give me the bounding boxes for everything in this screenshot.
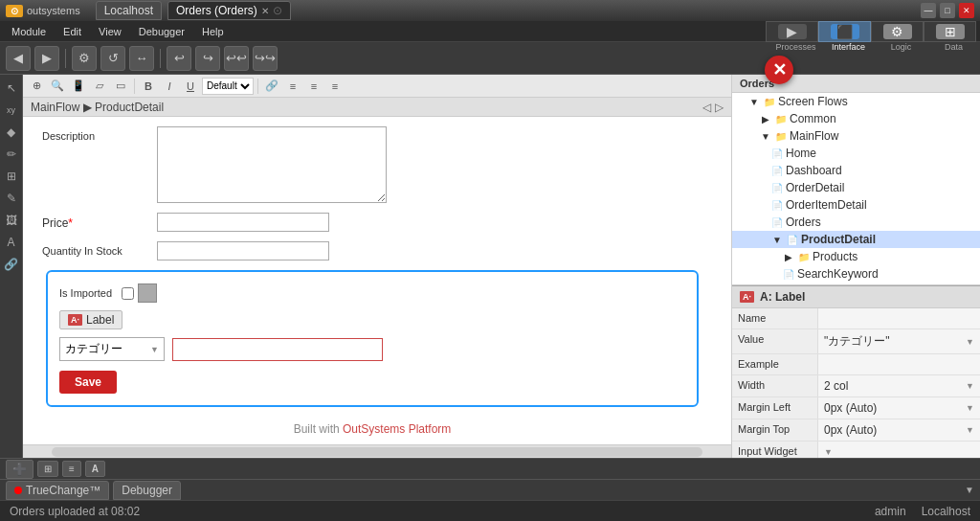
tree-item-mainflow[interactable]: ▼ 📁 MainFlow (732, 127, 980, 145)
truechange-tab[interactable]: TrueChange™ (6, 481, 109, 500)
outsystems-platform-link[interactable]: OutSystems Platform (343, 422, 451, 436)
add-icon: ➕ (12, 463, 27, 476)
pointer-tool[interactable]: ↖ (2, 79, 21, 98)
menu-debugger[interactable]: Debugger (131, 24, 192, 39)
prop-value-margin-left[interactable]: 0px (Auto) ▼ (818, 397, 980, 419)
h-scroll-thumb[interactable] (52, 447, 702, 457)
align-left[interactable]: ≡ (283, 77, 302, 96)
zoom-out[interactable]: 🔍 (48, 77, 67, 96)
list-btn[interactable]: ≡ (62, 461, 81, 477)
maximize-button[interactable]: □ (940, 3, 955, 18)
back-button[interactable]: ◀ (6, 46, 31, 71)
orders-tab-close[interactable]: ✕ (261, 6, 269, 16)
orders-tab[interactable]: Orders (Orders) ✕ ⊙ (167, 1, 291, 20)
grid-btn[interactable]: ⊞ (37, 461, 58, 477)
minimize-button[interactable]: — (921, 3, 936, 18)
align-center[interactable]: ≡ (304, 77, 323, 96)
tree-item-orderitemdetail[interactable]: 📄 OrderItemDetail (732, 196, 980, 214)
prop-value-width[interactable]: 2 col ▼ (818, 375, 980, 396)
text-tool[interactable]: A (2, 233, 21, 252)
price-input[interactable] (157, 213, 329, 232)
category-select[interactable]: カテゴリー ▼ (59, 337, 165, 361)
tablet-view[interactable]: ▱ (90, 77, 109, 96)
prop-value-input-widget[interactable]: ▼ (818, 442, 980, 458)
input-widget-dropdown-arrow: ▼ (824, 447, 833, 457)
menu-bar: Module Edit View Debugger Help ▶ ⬛ ⚙ ⊞ (0, 21, 980, 42)
tree-item-orders[interactable]: 📄 Orders (732, 214, 980, 231)
tree-item-common[interactable]: ▶ 📁 Common (732, 110, 980, 127)
move-button[interactable]: ↔ (129, 46, 154, 71)
category-text-input[interactable] (172, 338, 383, 361)
image-tool[interactable]: 🖼 (2, 211, 21, 230)
redo2-button[interactable]: ↪↪ (253, 46, 278, 71)
tab-logic[interactable]: ⚙ (871, 21, 924, 42)
prop-value-name[interactable] (818, 308, 980, 328)
edit-tool[interactable]: ✎ (2, 189, 21, 208)
panel-tool[interactable]: ⊞ (2, 167, 21, 186)
label-widget-icon: A· (68, 314, 82, 326)
breadcrumb-collapse[interactable]: ◁ (702, 101, 711, 114)
settings-button[interactable]: ⚙ (72, 46, 97, 71)
prop-value-value[interactable]: "カテゴリー" ▼ (818, 329, 980, 353)
prop-value-example[interactable] (818, 354, 980, 374)
breadcrumb-productdetail[interactable]: ProductDetail (95, 101, 164, 114)
prop-value-margin-top[interactable]: 0px (Auto) ▼ (818, 419, 980, 441)
add-widget-btn[interactable]: ➕ (6, 460, 33, 479)
diamond-tool[interactable]: ◆ (2, 123, 21, 142)
save-button[interactable]: Save (59, 371, 117, 394)
tab-data[interactable]: ⊞ (924, 21, 976, 42)
menu-edit[interactable]: Edit (56, 24, 89, 39)
outsystems-logo[interactable]: ⊙ (6, 5, 23, 17)
breadcrumb-mainflow[interactable]: MainFlow (31, 101, 79, 114)
undo-button[interactable]: ↩ (167, 46, 191, 71)
tree-item-searchkeyword[interactable]: 📄 SearchKeyword (732, 265, 980, 283)
link-insert[interactable]: 🔗 (262, 77, 281, 96)
label-widget[interactable]: A· Label (59, 310, 122, 329)
tree-item-orderdetail[interactable]: 📄 OrderDetail (732, 179, 980, 196)
breadcrumb-expand[interactable]: ▷ (715, 101, 724, 114)
quantity-input[interactable] (157, 241, 329, 260)
tree-item-screen-flows[interactable]: ▼ 📁 Screen Flows (732, 93, 980, 110)
bottom-panel-close[interactable]: ▼ (965, 485, 974, 495)
align-right[interactable]: ≡ (325, 77, 345, 96)
description-input[interactable] (157, 126, 387, 203)
close-button[interactable]: ✕ (959, 3, 974, 18)
xy-tool[interactable]: xy (2, 101, 21, 120)
phone-view[interactable]: 📱 (69, 77, 88, 96)
prop-name-width: Width (732, 375, 818, 396)
text-btn[interactable]: A (85, 461, 105, 477)
tree-item-dashboard[interactable]: 📄 Dashboard (732, 162, 980, 179)
refresh-button[interactable]: ↺ (100, 46, 125, 71)
tree-item-home[interactable]: 📄 Home (732, 145, 980, 162)
localhost-tab[interactable]: Localhost (96, 1, 162, 20)
forward-button[interactable]: ▶ (34, 46, 59, 71)
pencil-tool[interactable]: ✏ (2, 145, 21, 164)
tab-interface[interactable]: ⬛ (818, 21, 871, 42)
desktop-view[interactable]: ▭ (111, 77, 130, 96)
red-close-button[interactable]: ✕ (765, 56, 793, 84)
link-tool[interactable]: 🔗 (2, 255, 21, 274)
is-imported-checkbox[interactable] (122, 287, 134, 300)
menu-help[interactable]: Help (194, 24, 232, 39)
font-select[interactable]: Default (202, 78, 254, 95)
bold-btn[interactable]: B (139, 77, 158, 96)
breadcrumb-separator: ▶ (83, 101, 95, 114)
italic-btn[interactable]: I (160, 77, 179, 96)
underline-btn[interactable]: U (181, 77, 200, 96)
tree-item-productdetail[interactable]: ▼ 📄 ProductDetail (732, 231, 980, 248)
menu-view[interactable]: View (91, 24, 129, 39)
h-scrollbar[interactable] (23, 444, 731, 458)
tab-processes[interactable]: ▶ (766, 21, 818, 42)
tree-item-products[interactable]: ▶ 📁 Products (732, 248, 980, 265)
debugger-tab[interactable]: Debugger (113, 481, 181, 500)
redo-button[interactable]: ↪ (195, 46, 220, 71)
menu-module[interactable]: Module (4, 24, 54, 39)
zoom-fit[interactable]: ⊕ (27, 77, 46, 96)
prop-row-input-widget: Input Widget ▼ (732, 442, 980, 458)
orders-tree-label: Orders (786, 215, 821, 229)
category-select-value: カテゴリー (65, 341, 122, 357)
productdetail-collapse-icon: ▼ (770, 233, 784, 246)
undo2-button[interactable]: ↩↩ (224, 46, 249, 71)
form-scroll-area[interactable]: Description Price* Quantity In Stock (23, 117, 731, 444)
is-imported-row: Is Imported (59, 283, 685, 303)
